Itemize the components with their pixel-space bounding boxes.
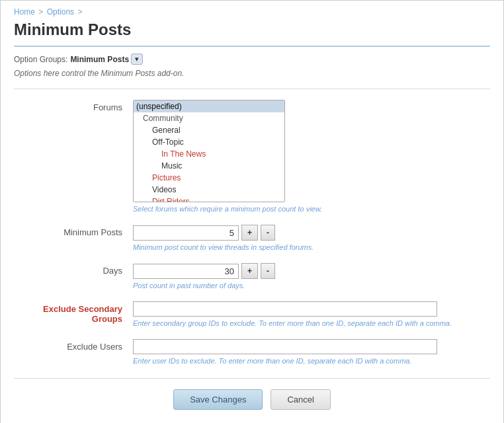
exclude-groups-hint: Enter secondary group IDs to exclude. To… bbox=[133, 319, 483, 327]
exclude-groups-label: Exclude Secondary Groups bbox=[21, 301, 133, 324]
exclude-users-input[interactable] bbox=[133, 339, 437, 354]
forums-select[interactable]: (unspecified) Community General Off-Topi… bbox=[133, 100, 285, 202]
form-section: Forums (unspecified) Community General O… bbox=[14, 100, 490, 365]
min-posts-input[interactable] bbox=[133, 225, 239, 241]
days-hint: Post count in past number of days. bbox=[133, 282, 483, 289]
page-description: Options here control the Minimum Posts a… bbox=[14, 69, 490, 78]
breadcrumb-options[interactable]: Options bbox=[47, 7, 74, 17]
exclude-users-hint: Enter user IDs to exclude. To enter more… bbox=[133, 357, 483, 365]
exclude-groups-row: Exclude Secondary Groups Enter secondary… bbox=[21, 301, 483, 327]
min-posts-control: + - Minimum post count to view threads i… bbox=[133, 225, 483, 251]
exclude-users-row: Exclude Users Enter user IDs to exclude.… bbox=[21, 339, 483, 365]
button-row: Save Changes Cancel bbox=[14, 389, 490, 410]
min-posts-hint: Minimum post count to view threads in sp… bbox=[133, 243, 483, 251]
content-divider bbox=[14, 89, 490, 89]
min-posts-plus-button[interactable]: + bbox=[241, 225, 258, 241]
min-posts-label: Minimum Posts bbox=[21, 225, 133, 237]
exclude-users-label: Exclude Users bbox=[21, 339, 133, 352]
days-minus-button[interactable]: - bbox=[261, 263, 275, 279]
breadcrumb-home[interactable]: Home bbox=[14, 7, 35, 17]
bottom-divider bbox=[14, 378, 490, 379]
option-group-bar: Option Groups: Minimum Posts ▾ bbox=[14, 54, 490, 65]
forums-row: Forums (unspecified) Community General O… bbox=[21, 100, 483, 213]
exclude-groups-control: Enter secondary group IDs to exclude. To… bbox=[133, 301, 483, 327]
forums-hint: Select forums which require a minimum po… bbox=[133, 205, 483, 213]
option-group-dropdown[interactable]: ▾ bbox=[131, 54, 143, 65]
forums-control: (unspecified) Community General Off-Topi… bbox=[133, 100, 483, 213]
page-title: Minimum Posts bbox=[14, 20, 490, 39]
days-plus-button[interactable]: + bbox=[241, 263, 258, 279]
min-posts-minus-button[interactable]: - bbox=[261, 225, 275, 241]
days-control: + - Post count in past number of days. bbox=[133, 263, 483, 289]
days-row: Days + - Post count in past number of da… bbox=[21, 263, 483, 289]
days-label: Days bbox=[21, 263, 133, 276]
option-group-name: Minimum Posts bbox=[70, 55, 129, 64]
forums-label: Forums bbox=[21, 100, 133, 112]
breadcrumb: Home > Options > bbox=[14, 7, 490, 17]
exclude-users-control: Enter user IDs to exclude. To enter more… bbox=[133, 339, 483, 365]
title-divider bbox=[14, 46, 490, 47]
save-button[interactable]: Save Changes bbox=[173, 389, 263, 410]
cancel-button[interactable]: Cancel bbox=[271, 389, 330, 410]
exclude-groups-input[interactable] bbox=[133, 301, 437, 317]
days-input[interactable] bbox=[133, 264, 239, 279]
option-group-label: Option Groups: bbox=[14, 55, 67, 64]
min-posts-row: Minimum Posts + - Minimum post count to … bbox=[21, 225, 483, 251]
